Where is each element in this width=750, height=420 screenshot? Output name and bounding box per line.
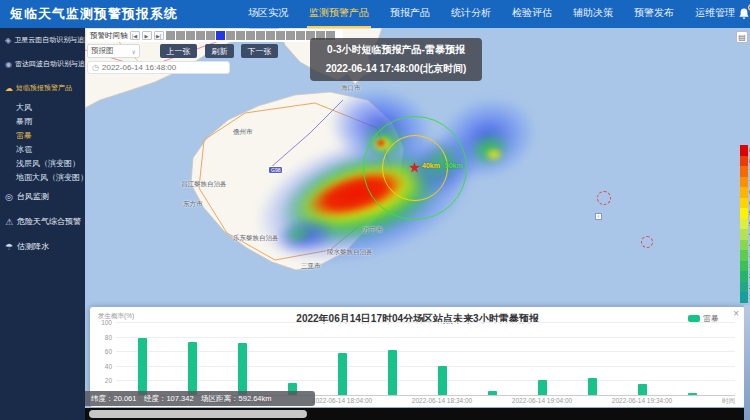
bar <box>438 366 447 395</box>
sidebar-item[interactable]: 地面大风（演变图） <box>0 170 85 184</box>
colorbar-segment: 50 <box>740 219 748 230</box>
map-area[interactable]: 40km 50km ≡ 徐闻县海口市儋州市昌江黎族自治县东方市乐东黎族自治县万宁… <box>85 28 750 420</box>
sidebar-group-icon: ⚠ <box>5 217 13 227</box>
sidebar-group[interactable]: ◎台风监测 <box>0 184 85 209</box>
timeline-step-button[interactable]: ▶| <box>154 31 164 40</box>
bar <box>488 391 497 395</box>
nav-tab[interactable]: 运维管理 <box>693 0 737 28</box>
top-navbar: 短临天气监测预警预报系统 场区实况监测预警产品预报产品统计分析检验评估辅助决策预… <box>0 0 750 28</box>
sidebar-group[interactable]: ☁短临预报预警产品 <box>0 76 85 100</box>
sidebar-group[interactable]: ◉雷达回波自动识别与追踪 <box>0 52 85 76</box>
timeline-segment[interactable] <box>206 31 215 40</box>
bar <box>588 378 597 395</box>
timeline-segment[interactable] <box>236 31 245 40</box>
bar <box>638 384 647 395</box>
timeline-segment[interactable] <box>246 31 255 40</box>
target-dashed-circle <box>641 236 653 248</box>
colorbar-segment: 25 <box>740 271 748 282</box>
bar <box>688 393 697 395</box>
nav-tab[interactable]: 预警发布 <box>632 0 676 28</box>
chevron-down-icon: ∨ <box>132 48 136 55</box>
bar <box>188 342 197 395</box>
sidebar-group-icon: ◉ <box>5 60 12 69</box>
timeline-segment[interactable] <box>286 31 295 40</box>
bottom-scrollbar-handle[interactable] <box>89 410 307 418</box>
datetime-picker[interactable]: ◷ 2022-06-14 16:48:00 <box>87 61 230 74</box>
timeline-segment[interactable] <box>276 31 285 40</box>
nav-tab[interactable]: 检验评估 <box>510 0 554 28</box>
app-title: 短临天气监测预警预报系统 <box>0 5 188 23</box>
timeline-segments <box>166 31 335 40</box>
gridline <box>116 366 735 367</box>
warning-timeline: 预警时间轴 |◀▶▶| <box>87 29 343 42</box>
notifications-button[interactable] <box>737 7 750 21</box>
road-shield: G98 <box>268 166 283 174</box>
cursor-coordinates-bar: 纬度：20.061 经度：107.342 场区距离：592.64km <box>85 391 315 406</box>
nav-tab[interactable]: 预报产品 <box>388 0 432 28</box>
prev-frame-button[interactable]: 上一张 <box>160 44 197 58</box>
x-tick-label: 2022-06-14 19:34:00 <box>600 397 684 404</box>
sidebar-item[interactable]: 雷暴 <box>0 128 85 142</box>
colorbar-segment: 40 <box>740 240 748 251</box>
timeline-segment[interactable] <box>216 31 225 40</box>
bar <box>338 353 347 395</box>
nav-tab[interactable]: 场区实况 <box>246 0 290 28</box>
gridline <box>116 351 735 352</box>
nav-tab[interactable]: 监测预警产品 <box>307 0 371 28</box>
timeline-segment[interactable] <box>176 31 185 40</box>
sidebar-item[interactable]: 大风 <box>0 100 85 114</box>
timeline-segment[interactable] <box>166 31 175 40</box>
timeline-segment[interactable] <box>186 31 195 40</box>
sidebar-group-label: 危险天气综合预警 <box>17 216 81 227</box>
bar <box>538 380 547 395</box>
sidebar-item[interactable]: 冰雹 <box>0 142 85 156</box>
colorbar-segment: 60 <box>740 198 748 209</box>
right-scrollbar[interactable] <box>744 305 750 420</box>
nav-tab[interactable]: 统计分析 <box>449 0 493 28</box>
y-tick-label: 80 <box>92 334 112 341</box>
station-marker[interactable]: ≡ <box>595 213 602 220</box>
colorbar-segment: 65 <box>740 187 748 198</box>
navbar-right: admin <box>737 6 750 23</box>
timeline-step-button[interactable]: ▶ <box>142 31 152 40</box>
bottom-scrollbar-track[interactable] <box>85 408 750 420</box>
sidebar-group[interactable]: ◈卫星云图自动识别与追踪 <box>0 28 85 52</box>
colorbar-segment: 80 <box>740 156 748 167</box>
gridline <box>116 337 735 338</box>
timeline-segment[interactable] <box>266 31 275 40</box>
colorbar-segment: 70 <box>740 177 748 188</box>
colorbar-segment: 15 <box>740 292 748 303</box>
colorbar-segment: 85 <box>740 145 748 156</box>
app-screen: 短临天气监测预警预报系统 场区实况监测预警产品预报产品统计分析检验评估辅助决策预… <box>0 0 750 420</box>
sidebar-item[interactable]: 暴雨 <box>0 114 85 128</box>
layer-select-dropdown[interactable]: 预报图 ∨ <box>87 44 140 58</box>
timeline-segment[interactable] <box>196 31 205 40</box>
timeline-step-button[interactable]: |◀ <box>130 31 140 40</box>
timeline-buttons: |◀▶▶| <box>130 31 164 40</box>
site-marker-icon <box>409 162 420 173</box>
x-tick-label: 2022-06-14 19:04:00 <box>500 397 584 404</box>
y-tick-label: 40 <box>92 363 112 370</box>
colorbar-segment: 30 <box>740 261 748 272</box>
layer-select-value: 预报图 <box>91 46 114 56</box>
bar <box>238 343 247 395</box>
next-frame-button[interactable]: 下一张 <box>241 44 278 58</box>
refresh-button[interactable]: 刷新 <box>205 44 234 58</box>
colorbar-segment: 20 <box>740 282 748 293</box>
sidebar-group[interactable]: ⚠危险天气综合预警 <box>0 209 85 234</box>
y-tick-label: 20 <box>92 377 112 384</box>
timeline-segment[interactable] <box>256 31 265 40</box>
nav-tab[interactable]: 辅助决策 <box>571 0 615 28</box>
sidebar-group[interactable]: ☂估测降水 <box>0 234 85 259</box>
sidebar-group-label: 台风监测 <box>17 191 49 202</box>
target-dashed-circle <box>597 191 611 205</box>
timeline-segment[interactable] <box>226 31 235 40</box>
map-layers-button[interactable]: ▤ <box>736 31 748 43</box>
colorbar-segment: 45 <box>740 229 748 240</box>
x-axis-title: 时间 <box>722 397 735 406</box>
y-tick-label: 100 <box>92 319 112 326</box>
timeline-segment[interactable] <box>296 31 305 40</box>
sidebar: ◈卫星云图自动识别与追踪◉雷达回波自动识别与追踪☁短临预报预警产品大风暴雨雷暴冰… <box>0 28 85 420</box>
sidebar-item[interactable]: 浅层风（演变图） <box>0 156 85 170</box>
product-time: 2022-06-14 17:48:00(北京时间) <box>314 62 478 76</box>
